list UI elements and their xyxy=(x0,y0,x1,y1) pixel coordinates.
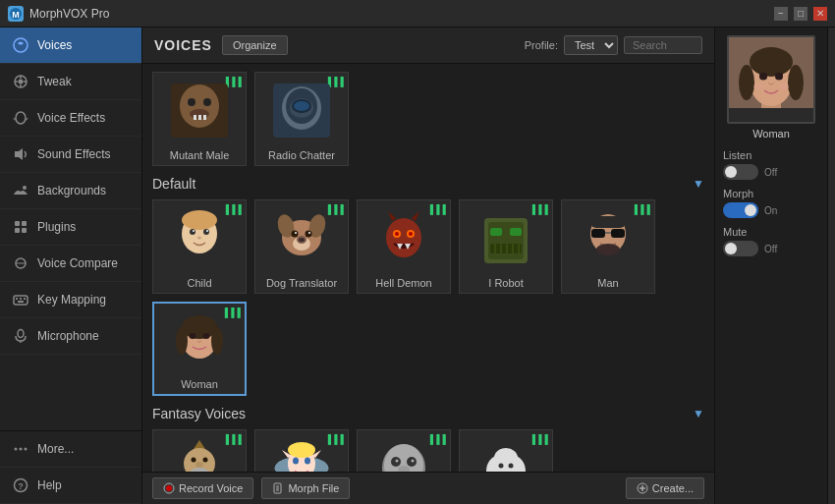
mute-toggle[interactable] xyxy=(723,241,758,256)
svg-rect-13 xyxy=(22,221,27,226)
sidebar-item-tweak[interactable]: Tweak xyxy=(0,64,141,100)
default-section-label: Default xyxy=(152,176,195,192)
help-icon: ? xyxy=(12,476,29,494)
default-chevron-icon[interactable]: ▼ xyxy=(693,177,704,191)
sidebar-item-more[interactable]: More... xyxy=(0,431,141,468)
svg-rect-35 xyxy=(194,115,196,120)
sidebar-label-voice-compare: Voice Compare xyxy=(37,256,118,270)
svg-rect-82 xyxy=(591,229,605,238)
svg-point-132 xyxy=(750,47,793,77)
maximize-button[interactable]: □ xyxy=(794,7,807,21)
sidebar-label-key-mapping: Key Mapping xyxy=(37,293,106,307)
svg-rect-36 xyxy=(198,115,201,120)
voice-card-dwarf[interactable]: ▐▐▐ xyxy=(152,429,247,472)
create-button[interactable]: Create... xyxy=(626,477,704,499)
voice-card-child[interactable]: ▐▐▐ xyxy=(152,199,247,294)
sidebar-label-sound-effects: Sound Effects xyxy=(37,147,111,161)
sidebar-item-key-mapping[interactable]: Key Mapping xyxy=(0,282,141,318)
voice-card-man[interactable]: ▐▐▐ xyxy=(561,199,655,294)
svg-point-9 xyxy=(16,112,26,124)
voice-card-radio-chatter[interactable]: ▐▐▐ Radio Chatter xyxy=(254,72,349,166)
svg-rect-19 xyxy=(16,298,18,300)
preview-avatar xyxy=(727,35,815,124)
man-img xyxy=(574,204,642,271)
voice-card-name-mutant-male: Mutant Male xyxy=(153,149,246,161)
sidebar-item-backgrounds[interactable]: Backgrounds xyxy=(0,173,141,209)
sidebar-label-voice-effects: Voice Effects xyxy=(37,111,105,125)
svg-marker-10 xyxy=(15,148,23,160)
create-icon xyxy=(637,482,648,494)
mutant-male-img xyxy=(165,77,234,143)
sidebar-item-help[interactable]: ? Help xyxy=(0,468,141,504)
morph-toggle[interactable] xyxy=(723,202,758,218)
svg-point-4 xyxy=(19,80,24,84)
more-icon xyxy=(12,440,29,458)
svg-text:?: ? xyxy=(18,481,24,491)
microphone-icon xyxy=(12,327,29,345)
voice-card-hell-demon[interactable]: ▐▐▐ xyxy=(357,199,451,294)
svg-rect-21 xyxy=(24,298,26,300)
close-button[interactable]: ✕ xyxy=(813,7,827,21)
svg-point-33 xyxy=(203,98,211,106)
sidebar-item-plugins[interactable]: Plugins xyxy=(0,209,141,246)
svg-point-138 xyxy=(775,73,783,77)
sidebar-label-plugins: Plugins xyxy=(37,220,76,234)
fantasy-section-label: Fantasy Voices xyxy=(152,406,246,421)
svg-point-111 xyxy=(412,459,415,462)
right-scrollbar[interactable] xyxy=(827,28,835,504)
svg-point-55 xyxy=(306,230,312,237)
sidebar-item-sound-effects[interactable]: Sound Effects xyxy=(0,137,141,173)
voice-card-name-child: Child xyxy=(153,277,246,289)
svg-point-110 xyxy=(396,459,399,462)
voice-card-mutant-male[interactable]: ▐▐▐ xyxy=(152,72,247,166)
svg-point-47 xyxy=(203,229,209,235)
voices-icon xyxy=(12,36,29,54)
mute-control: Mute Off xyxy=(723,226,819,256)
voice-card-i-robot[interactable]: ▐▐▐ xyxy=(459,199,553,294)
sidebar-item-voice-effects[interactable]: Voice Effects xyxy=(0,100,141,137)
female-pixie-img xyxy=(267,434,336,472)
sound-effects-icon xyxy=(12,145,29,163)
svg-point-97 xyxy=(195,462,203,468)
dwarf-img xyxy=(165,434,234,472)
svg-rect-130 xyxy=(729,108,813,122)
voice-card-female-pixie[interactable]: ▐▐▐ xyxy=(254,429,349,472)
app-title: MorphVOX Pro xyxy=(29,7,109,21)
morph-file-label: Morph File xyxy=(288,482,339,494)
svg-rect-18 xyxy=(14,296,28,305)
svg-point-31 xyxy=(180,84,219,128)
sidebar-item-voice-compare[interactable]: Voice Compare xyxy=(0,246,141,282)
voice-card-giant[interactable]: ▐▐▐ xyxy=(357,429,451,472)
svg-point-46 xyxy=(190,229,195,235)
mute-state: Off xyxy=(764,244,777,254)
listen-toggle[interactable] xyxy=(723,164,758,180)
svg-point-2 xyxy=(14,38,28,52)
profile-select[interactable]: Test xyxy=(564,35,618,55)
record-voice-button[interactable]: Record Voice xyxy=(152,477,253,499)
fantasy-chevron-icon[interactable]: ▼ xyxy=(693,407,704,420)
sidebar-item-microphone[interactable]: Microphone xyxy=(0,318,141,355)
svg-point-90 xyxy=(190,333,196,339)
voice-card-dog-translator[interactable]: ▐▐▐ xyxy=(254,199,349,294)
search-input[interactable] xyxy=(624,36,702,54)
voice-card-woman[interactable]: ▐▐▐ xyxy=(152,302,247,396)
voice-card-nasty-gnome[interactable]: ▐▐▐ xyxy=(459,429,553,472)
svg-point-117 xyxy=(499,463,504,468)
sidebar-label-tweak: Tweak xyxy=(37,75,72,88)
voices-scroll[interactable]: ▐▐▐ xyxy=(142,64,714,472)
organize-button[interactable]: Organize xyxy=(222,35,288,55)
svg-rect-72 xyxy=(490,228,502,236)
minimize-button[interactable]: − xyxy=(774,7,788,21)
record-icon xyxy=(163,482,175,494)
svg-point-104 xyxy=(293,457,299,464)
voice-card-name-dog-translator: Dog Translator xyxy=(255,277,348,289)
morph-file-button[interactable]: Morph File xyxy=(261,477,350,499)
titlebar-left: M MorphVOX Pro xyxy=(8,6,109,22)
sidebar-item-voices[interactable]: Voices xyxy=(0,28,141,64)
sidebar-label-backgrounds: Backgrounds xyxy=(37,184,106,197)
mute-label: Mute xyxy=(723,226,819,238)
voice-card-name-hell-demon: Hell Demon xyxy=(358,277,450,289)
svg-point-139 xyxy=(753,84,763,89)
svg-rect-22 xyxy=(18,301,24,303)
svg-text:M: M xyxy=(12,10,20,20)
